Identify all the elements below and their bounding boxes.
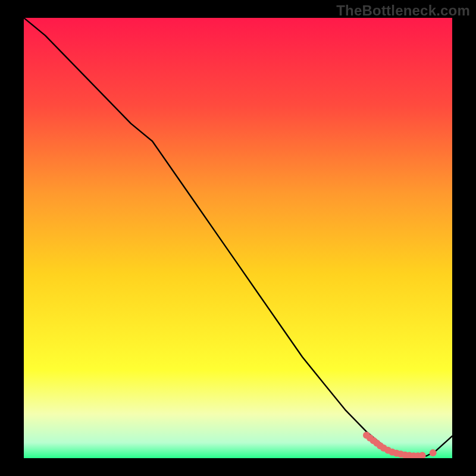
watermark-text: TheBottleneck.com bbox=[336, 2, 470, 19]
chart-svg bbox=[24, 18, 452, 458]
marker-dot bbox=[430, 449, 437, 456]
chart-background bbox=[24, 18, 452, 458]
plot-area bbox=[24, 18, 452, 458]
chart-frame: TheBottleneck.com bbox=[0, 0, 476, 476]
